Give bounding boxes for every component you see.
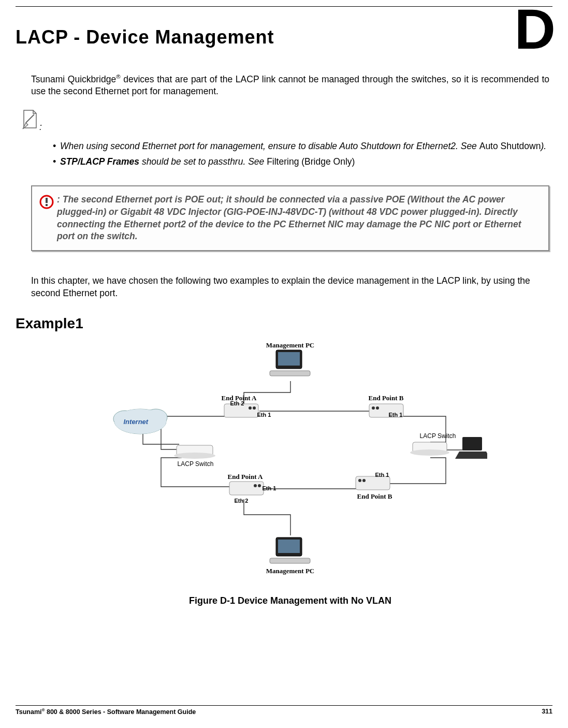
top-rule <box>16 6 552 7</box>
diagram-svg <box>94 339 487 587</box>
figure-caption: Figure D-1 Device Management with No VLA… <box>189 594 391 607</box>
svg-point-14 <box>174 453 215 459</box>
endpoint-a-bottom-icon <box>229 482 264 495</box>
network-diagram: Management PC End Point A End Point B Et… <box>94 339 487 587</box>
label-endpoint-b-top: End Point B <box>363 394 410 403</box>
label-eth2-a-bottom: Eth 2 <box>235 497 249 505</box>
notepad-icon <box>21 109 39 130</box>
registered-mark: ® <box>116 74 120 80</box>
svg-rect-25 <box>278 540 300 553</box>
label-eth1-a-top: Eth 1 <box>257 411 271 419</box>
footer-rest: 800 & 8000 Series - Software Management … <box>45 708 196 716</box>
footer-page-number: 311 <box>542 708 552 716</box>
label-endpoint-a-bottom: End Point A <box>222 472 269 482</box>
bullet-2-link[interactable]: Filtering (Bridge Only) <box>267 156 355 167</box>
mgmt-pc-bottom-icon <box>270 537 310 563</box>
warning-icon <box>39 195 54 209</box>
svg-point-11 <box>372 406 375 410</box>
page-title: LACP - Device Management <box>16 26 274 48</box>
bullet-2-strong: STP/LACP Frames <box>60 156 139 167</box>
caution-text: : The second Ethernet port is POE out; i… <box>57 194 540 243</box>
label-lacp-switch-right: LACP Switch <box>415 432 461 440</box>
header-row: LACP - Device Management D <box>16 11 552 53</box>
bullet-1-pre: When using second Ethernet port for mana… <box>60 141 479 151</box>
note-bullets: When using second Ethernet port for mana… <box>53 140 549 168</box>
svg-point-20 <box>258 484 261 487</box>
svg-rect-2 <box>46 198 48 203</box>
chapter-letter: D <box>515 5 556 53</box>
svg-point-16 <box>410 449 449 456</box>
svg-point-12 <box>376 406 379 410</box>
svg-rect-3 <box>46 204 48 206</box>
svg-rect-5 <box>278 352 300 366</box>
bullet-2: STP/LACP Frames should be set to passthr… <box>53 156 549 168</box>
label-lacp-switch-left: LACP Switch <box>172 460 219 468</box>
brand-name: Tsunami Quickbridge <box>31 74 116 84</box>
bullet-1: When using second Ethernet port for mana… <box>53 140 549 153</box>
label-eth1-a-bottom: Eth 1 <box>263 485 276 492</box>
caution-box: : The second Ethernet port is POE out; i… <box>31 185 549 251</box>
svg-rect-18 <box>229 482 264 495</box>
label-eth1-b-bottom: Eth 1 <box>375 471 389 479</box>
label-mgmt-pc-bottom: Management PC <box>265 566 316 576</box>
label-eth2-a-top: Eth 2 <box>230 400 244 407</box>
chapter-intro-paragraph: In this chapter, we have chosen the foll… <box>31 275 549 299</box>
lacp-switch-right-icon <box>410 442 449 456</box>
label-eth1-b-top: Eth 1 <box>389 411 403 419</box>
svg-point-8 <box>249 406 252 410</box>
svg-point-9 <box>253 406 256 410</box>
label-endpoint-b-bottom: End Point B <box>352 492 398 501</box>
note-colon: : <box>39 122 42 132</box>
example-heading: Example1 <box>16 314 549 333</box>
mgmt-pc-top-icon <box>270 350 310 376</box>
footer-brand: Tsunami <box>16 708 41 716</box>
label-internet: Internet <box>124 417 149 427</box>
svg-point-23 <box>362 479 366 482</box>
lacp-switch-left-icon <box>174 445 215 459</box>
svg-rect-6 <box>270 371 310 376</box>
content-area: Tsunami Quickbridge® devices that are pa… <box>16 73 552 607</box>
svg-point-22 <box>358 479 361 482</box>
note-icon-row: : <box>21 109 549 134</box>
svg-rect-26 <box>270 558 310 563</box>
figure-wrap: Management PC End Point A End Point B Et… <box>31 339 549 607</box>
label-mgmt-pc-top: Management PC <box>265 341 316 350</box>
page-footer: Tsunami® 800 & 8000 Series - Software Ma… <box>16 705 552 716</box>
bullet-2-mid: should be set to passthru. See <box>139 156 267 167</box>
bullet-1-link[interactable]: Auto Shutdown <box>479 141 541 151</box>
intro-paragraph: Tsunami Quickbridge® devices that are pa… <box>31 73 549 98</box>
svg-rect-17 <box>462 437 482 450</box>
laptop-icon <box>455 437 487 459</box>
svg-point-19 <box>254 484 257 487</box>
footer-left: Tsunami® 800 & 8000 Series - Software Ma… <box>16 708 196 716</box>
bullet-1-post: ). <box>541 141 546 151</box>
